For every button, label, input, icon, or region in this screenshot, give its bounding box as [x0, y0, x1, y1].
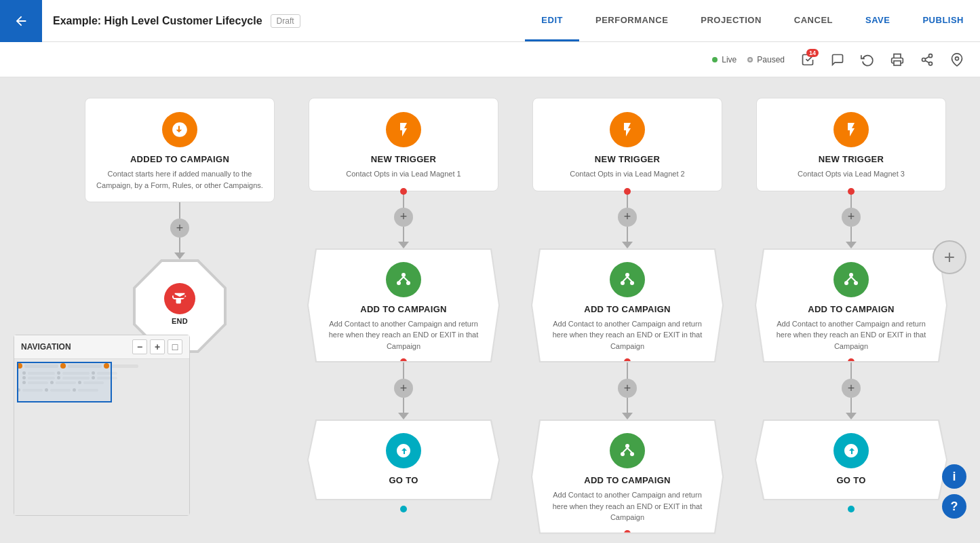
add-campaign-2-card[interactable]: ADD TO CAMPAIGN Add Contact to another C… — [532, 250, 722, 362]
added-to-campaign-card[interactable]: ADDED TO CAMPAIGN Contact starts here if… — [85, 98, 275, 202]
info-button[interactable]: i — [942, 464, 966, 489]
paused-label: Paused — [757, 55, 785, 64]
share-button[interactable] — [915, 48, 939, 72]
arrow — [398, 242, 409, 248]
connector-6: + — [739, 191, 963, 248]
svg-point-24 — [854, 281, 858, 285]
network-icon-4 — [834, 262, 869, 297]
line — [850, 398, 852, 414]
nav-panel-title: NAVIGATION — [21, 342, 71, 352]
goto-connector-dot-2 — [848, 506, 855, 512]
svg-point-12 — [625, 273, 629, 277]
arrow — [846, 413, 857, 419]
add-step-btn-2[interactable]: + — [394, 208, 413, 227]
line — [627, 227, 628, 243]
goto-2-card[interactable]: GO TO — [756, 421, 946, 499]
add-step-btn-5[interactable]: + — [618, 379, 637, 398]
connector-3: + — [292, 362, 515, 419]
help-button[interactable]: ? — [942, 494, 966, 519]
add-campaign-4-container: ADD TO CAMPAIGN Add Contact to another C… — [755, 248, 947, 363]
goto-1-card[interactable]: GO TO — [309, 421, 498, 499]
line — [403, 362, 404, 379]
draft-badge: Draft — [271, 14, 300, 28]
add-campaign-3-card[interactable]: ADD TO CAMPAIGN Add Contact to another C… — [532, 421, 722, 533]
added-to-campaign-title: ADDED TO CAMPAIGN — [130, 154, 229, 164]
add-campaign-3-title: ADD TO CAMPAIGN — [584, 475, 671, 485]
connector-5: + — [515, 362, 739, 419]
added-to-campaign-desc: Contact starts here if added manually to… — [96, 168, 263, 191]
pin-button[interactable] — [945, 48, 969, 72]
svg-line-10 — [399, 277, 404, 282]
svg-point-9 — [406, 281, 410, 285]
svg-line-21 — [627, 448, 632, 453]
svg-point-8 — [397, 281, 401, 285]
nav-zoom-out-button[interactable]: − — [132, 339, 147, 354]
new-trigger-3-card[interactable]: NEW TRIGGER Contact Opts via Lead Magnet… — [756, 98, 946, 191]
add-step-btn-6[interactable]: + — [842, 208, 861, 227]
status-dot-red-1 — [400, 188, 407, 195]
live-status: Live — [712, 55, 737, 64]
add-trigger-button[interactable]: + — [933, 240, 966, 274]
tasks-button[interactable]: 14 — [796, 48, 820, 72]
nav-panel-content[interactable] — [14, 359, 189, 515]
connector-4: + — [515, 191, 739, 248]
network-icon-1 — [386, 262, 421, 297]
campaign-title: Example: High Level Customer Lifecycle — [53, 15, 262, 27]
line — [850, 227, 852, 243]
add-campaign-2-desc: Add Contact to another Campaign and retu… — [546, 318, 709, 352]
svg-line-16 — [627, 277, 632, 282]
svg-point-2 — [922, 58, 926, 61]
line — [179, 238, 180, 254]
hex-outer-3: ADD TO CAMPAIGN Add Contact to another C… — [531, 419, 724, 534]
svg-point-3 — [929, 62, 933, 65]
arrow — [174, 252, 185, 259]
arrow — [622, 242, 633, 248]
nav-fit-button[interactable]: □ — [168, 339, 182, 354]
bolt-icon-1 — [386, 112, 421, 147]
nav-publish[interactable]: PUBLISH — [906, 0, 980, 41]
svg-point-18 — [621, 452, 625, 456]
line — [403, 398, 404, 414]
svg-line-15 — [623, 277, 628, 282]
flow-column-1: ADDED TO CAMPAIGN Contact starts here if… — [68, 98, 292, 353]
hand-icon — [164, 283, 195, 314]
hex-outer-1: ADD TO CAMPAIGN Add Contact to another C… — [307, 248, 500, 363]
goto-connector-dot-1 — [400, 506, 407, 512]
hex-outer-goto-1: GO TO — [307, 419, 500, 500]
flow-column-3: NEW TRIGGER Contact Opts in via Lead Mag… — [515, 98, 739, 534]
nav-performance[interactable]: PERFORMANCE — [579, 0, 684, 41]
nav-line — [111, 364, 138, 368]
line — [403, 227, 404, 243]
svg-point-17 — [625, 444, 629, 448]
paused-dot — [747, 57, 753, 62]
history-button[interactable] — [855, 48, 880, 72]
live-label: Live — [722, 55, 737, 64]
paused-status: Paused — [747, 55, 785, 64]
nav-projection[interactable]: PROJECTION — [684, 0, 778, 41]
status-dot-red-5 — [624, 530, 631, 537]
new-trigger-1-card[interactable]: NEW TRIGGER Contact Opts in via Lead Mag… — [309, 98, 498, 191]
add-step-btn-4[interactable]: + — [618, 208, 637, 227]
back-button[interactable] — [0, 0, 42, 42]
top-header: Example: High Level Customer Lifecycle D… — [0, 0, 980, 42]
nav-panel-controls: − + □ — [132, 339, 182, 354]
nav-edit[interactable]: EDIT — [525, 0, 579, 41]
add-step-btn-3[interactable]: + — [394, 379, 413, 398]
comments-button[interactable] — [825, 48, 850, 72]
nav-zoom-in-button[interactable]: + — [150, 339, 165, 354]
arrow — [622, 413, 633, 419]
add-step-btn-1[interactable]: + — [170, 219, 189, 238]
print-button[interactable] — [885, 48, 909, 72]
nav-save[interactable]: SAVE — [849, 0, 906, 41]
flow-column-2: NEW TRIGGER Contact Opts in via Lead Mag… — [292, 98, 515, 512]
hex-outer-2: ADD TO CAMPAIGN Add Contact to another C… — [531, 248, 724, 363]
add-step-btn-7[interactable]: + — [842, 379, 861, 398]
add-campaign-1-container: ADD TO CAMPAIGN Add Contact to another C… — [307, 248, 500, 363]
nav-panel-header: NAVIGATION − + □ — [14, 335, 189, 359]
add-campaign-4-title: ADD TO CAMPAIGN — [808, 304, 895, 314]
add-campaign-4-card[interactable]: ADD TO CAMPAIGN Add Contact to another C… — [756, 250, 946, 362]
new-trigger-2-card[interactable]: NEW TRIGGER Contact Opts in via Lead Mag… — [532, 98, 722, 191]
add-campaign-1-card[interactable]: ADD TO CAMPAIGN Add Contact to another C… — [309, 250, 498, 362]
nav-cancel[interactable]: CANCEL — [778, 0, 849, 41]
svg-point-1 — [929, 54, 933, 57]
